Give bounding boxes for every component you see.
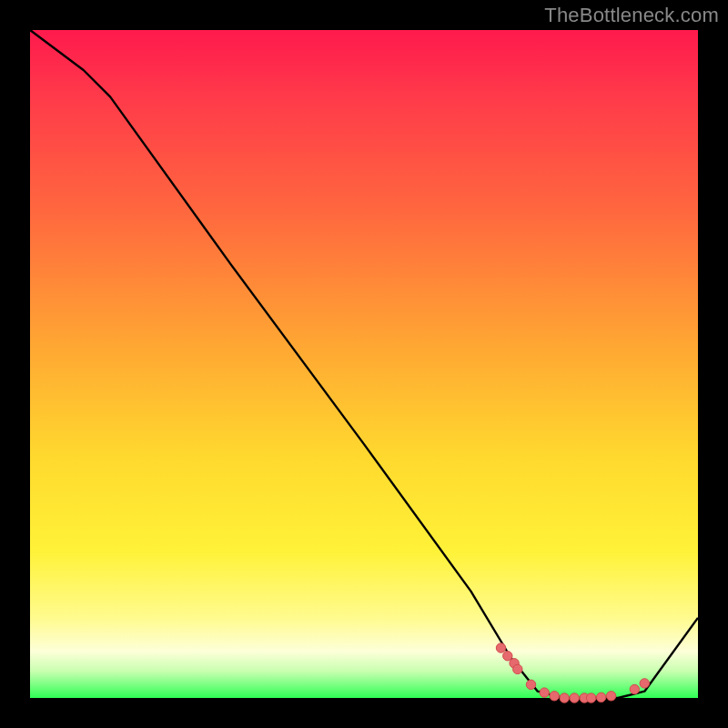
watermark-text: TheBottleneck.com bbox=[544, 4, 719, 27]
curve-marker bbox=[586, 693, 595, 703]
curve-marker bbox=[550, 692, 559, 701]
curve-markers bbox=[496, 643, 649, 703]
chart-svg bbox=[30, 30, 698, 698]
curve-marker bbox=[513, 664, 522, 673]
curve-marker bbox=[640, 679, 649, 688]
bottleneck-curve bbox=[30, 30, 698, 698]
curve-marker bbox=[540, 688, 549, 697]
curve-marker bbox=[496, 643, 505, 652]
curve-marker bbox=[606, 692, 615, 701]
curve-marker bbox=[596, 693, 605, 702]
chart-frame: TheBottleneck.com bbox=[0, 0, 728, 728]
curve-marker bbox=[526, 680, 535, 689]
curve-marker bbox=[630, 684, 639, 693]
curve-marker bbox=[570, 693, 579, 703]
curve-marker bbox=[560, 693, 569, 703]
